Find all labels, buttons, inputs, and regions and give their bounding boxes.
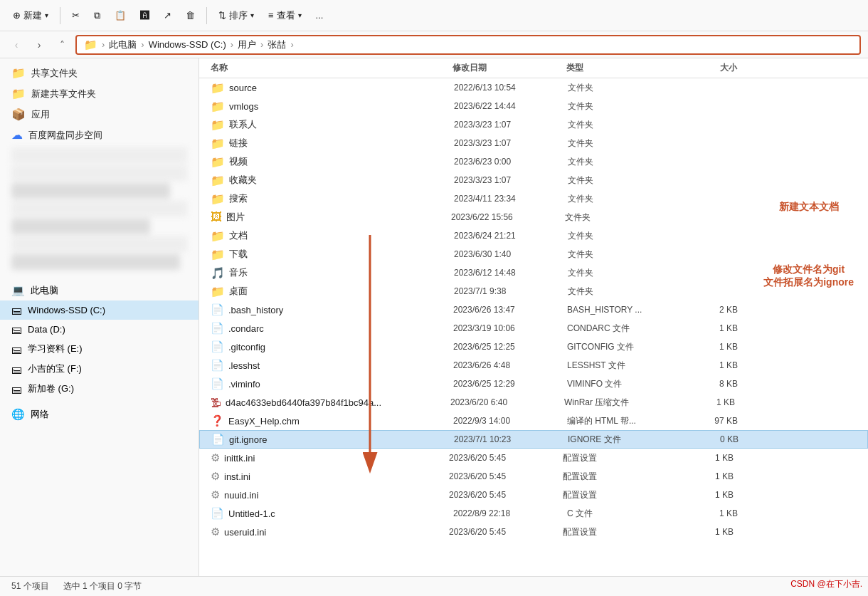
table-row[interactable]: 📄 .bash_history 2023/6/26 13:47 BASH_HIS… [199,300,868,319]
file-type: VIMINFO 文件 [567,378,681,390]
file-name: 音乐 [229,266,454,279]
table-row[interactable]: 🖼 图片 2023/6/22 15:56 文件夹 [199,208,868,226]
file-size: 1 KB [677,490,734,500]
new-icon: ⊕ [13,10,21,21]
file-icon: 🗜 [211,397,221,409]
table-row[interactable]: 📁 source 2022/6/13 10:54 文件夹 [199,78,868,97]
status-total: 51 个项目 [11,580,49,592]
file-icon: 📁 [211,137,225,150]
file-icon: 🎵 [211,266,225,280]
col-header-type[interactable]: 类型 [566,62,680,74]
file-date: 2023/3/23 1:07 [454,120,568,130]
status-bar: 51 个项目 选中 1 个项目 0 字节 [0,576,868,596]
table-row[interactable]: ⚙ useruid.ini 2023/6/20 5:45 配置设置 1 KB [199,523,868,541]
address-bar[interactable]: 📁 › 此电脑 › Windows-SSD (C:) › 用户 › 张喆 › [75,35,861,55]
file-icon: 📄 [211,303,224,316]
sort-button[interactable]: ⇅ 排序 ▾ [213,6,260,25]
col-header-size[interactable]: 大小 [680,62,737,74]
file-date: 2023/3/23 1:07 [454,138,568,148]
table-row[interactable]: 📁 链接 2023/3/23 1:07 文件夹 [199,134,868,152]
view-button[interactable]: ≡ 查看 ▾ [263,6,307,25]
file-name: .gitconfig [228,342,453,352]
sidebar-item-baidu[interactable]: ☁ 百度网盘同步空间 [0,125,199,145]
table-row[interactable]: 📁 下载 2023/6/30 1:40 文件夹 [199,245,868,263]
rename-icon: 🅰 [140,10,149,21]
file-date: 2023/6/20 5:45 [449,453,563,463]
share-button[interactable]: ↗ [158,7,177,23]
sidebar-item-xiaoji-f[interactable]: 🖴 小吉的宝 (F:) [0,359,199,379]
separator [60,7,60,24]
sidebar-item-this-pc[interactable]: 💻 此电脑 [0,281,199,300]
file-size: 1 KB [681,323,738,333]
table-row[interactable]: 📁 搜索 2023/4/11 23:34 文件夹 [199,189,868,208]
table-row[interactable]: 📁 联系人 2023/3/23 1:07 文件夹 [199,115,868,134]
sidebar-item-network[interactable]: 🌐 网络 [0,404,199,424]
table-row[interactable]: 🎵 音乐 2023/6/12 14:48 文件夹 [199,263,868,282]
file-name: useruid.ini [224,527,449,538]
sidebar-item-data-d[interactable]: 🖴 Data (D:) [0,320,199,339]
table-row[interactable]: 📄 .gitconfig 2023/6/25 12:25 GITCONFIG 文… [199,338,868,356]
sidebar-item-new-g[interactable]: 🖴 新加卷 (G:) [0,379,199,399]
sidebar-item-apps[interactable]: 📦 应用 [0,104,199,125]
file-type: 文件夹 [568,119,682,131]
table-row[interactable]: 📁 vmlogs 2023/6/22 14:44 文件夹 [199,97,868,115]
sidebar-item-new-shared-folder[interactable]: 📁 新建共享文件夹 [0,83,199,104]
new-dropdown-icon: ▾ [45,11,48,19]
table-row[interactable]: 📄 .viminfo 2023/6/25 12:29 VIMINFO 文件 8 … [199,375,868,393]
col-header-date[interactable]: 修改日期 [452,62,566,74]
cloud-icon: ☁ [11,128,23,142]
up-button[interactable]: ˄ [53,36,71,54]
table-row[interactable]: 📁 视频 2023/6/23 0:00 文件夹 [199,152,868,171]
file-icon: 📁 [211,229,225,243]
content-pane: 名称 修改日期 类型 大小 📁 source 2022/6/13 10:54 文… [199,58,868,576]
table-row[interactable]: ⚙ inst.ini 2023/6/20 5:45 配置设置 1 KB [199,467,868,486]
table-row[interactable]: 📁 桌面 2023/7/1 9:38 文件夹 [199,282,868,300]
file-name: EasyX_Help.chm [228,416,453,427]
table-row[interactable]: ❓ EasyX_Help.chm 2022/9/3 14:00 编译的 HTML… [199,412,868,430]
file-type: 文件夹 [568,267,682,279]
file-type: CONDARC 文件 [567,323,681,335]
file-size: 8 KB [681,379,738,389]
table-row[interactable]: 📄 .condarc 2023/3/19 10:06 CONDARC 文件 1 … [199,319,868,338]
table-row[interactable]: ⚙ inittk.ini 2023/6/20 5:45 配置设置 1 KB [199,449,868,467]
sidebar-item-study-e[interactable]: 🖴 学习资料 (E:) [0,339,199,359]
file-name: 视频 [229,155,454,168]
file-type: 文件夹 [568,249,682,261]
table-row[interactable]: ⚙ nuuid.ini 2023/6/20 5:45 配置设置 1 KB [199,486,868,504]
sidebar-item-windows-ssd[interactable]: 🖴 Windows-SSD (C:) [0,300,199,320]
delete-button[interactable]: 🗑 [180,7,201,23]
status-selected: 选中 1 个项目 0 字节 [63,580,142,592]
table-row[interactable]: 🗜 d4ac4633ebd6440fa397b84f1bc94a... 2023… [199,393,868,412]
view-dropdown-icon: ▾ [298,11,302,19]
file-date: 2023/6/24 21:21 [454,231,568,241]
file-size: 1 KB [681,342,738,352]
file-date: 2023/6/26 4:48 [453,360,567,370]
watermark: CSDN @在下小吉. [790,578,862,590]
file-icon: ⚙ [211,526,220,538]
file-name: 文档 [229,229,454,242]
paste-button[interactable]: 📋 [109,7,132,23]
file-icon: 📁 [211,155,225,169]
rename-button[interactable]: 🅰 [134,7,155,23]
copy-button[interactable]: ⧉ [88,7,106,24]
more-button[interactable]: ... [310,7,329,23]
table-row[interactable]: 📄 git.ignore 2023/7/1 10:23 IGNORE 文件 0 … [199,430,868,449]
file-size: 1 KB [678,397,735,407]
table-row[interactable]: 📁 收藏夹 2023/3/23 1:07 文件夹 [199,171,868,189]
file-icon: 📁 [211,248,225,261]
col-header-name[interactable]: 名称 [211,62,452,74]
file-icon: ⚙ [211,488,220,501]
table-row[interactable]: 📁 文档 2023/6/24 21:21 文件夹 [199,226,868,245]
table-row[interactable]: 📄 .lesshst 2023/6/26 4:48 LESSHST 文件 1 K… [199,356,868,375]
new-button[interactable]: ⊕ 新建 ▾ [7,6,54,25]
back-button[interactable]: ‹ [7,36,26,54]
forward-button[interactable]: › [30,36,48,54]
file-icon: 📄 [211,377,224,390]
file-name: 下载 [229,248,454,261]
file-list: 📁 source 2022/6/13 10:54 文件夹 📁 vmlogs 20… [199,78,868,576]
drive-icon: 🖴 [11,383,22,395]
cut-button[interactable]: ✂ [66,7,85,23]
sidebar-item-shared-folder[interactable]: 📁 共享文件夹 [0,63,199,83]
file-date: 2023/6/22 14:44 [454,101,568,111]
table-row[interactable]: 📄 Untitled-1.c 2022/8/9 22:18 C 文件 1 KB [199,504,868,523]
